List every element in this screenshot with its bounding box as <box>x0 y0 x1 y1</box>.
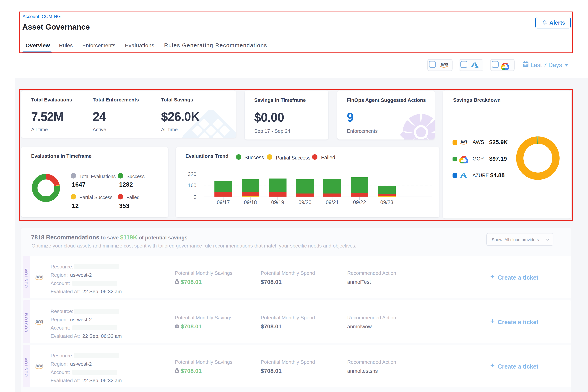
svg-text:aws: aws <box>36 318 44 324</box>
svg-text:aws: aws <box>440 62 448 66</box>
svg-text:$: $ <box>176 325 178 328</box>
svg-text:aws: aws <box>36 363 44 368</box>
svg-text:$: $ <box>176 280 178 284</box>
svg-text:aws: aws <box>36 274 44 279</box>
svg-text:$: $ <box>176 369 178 372</box>
